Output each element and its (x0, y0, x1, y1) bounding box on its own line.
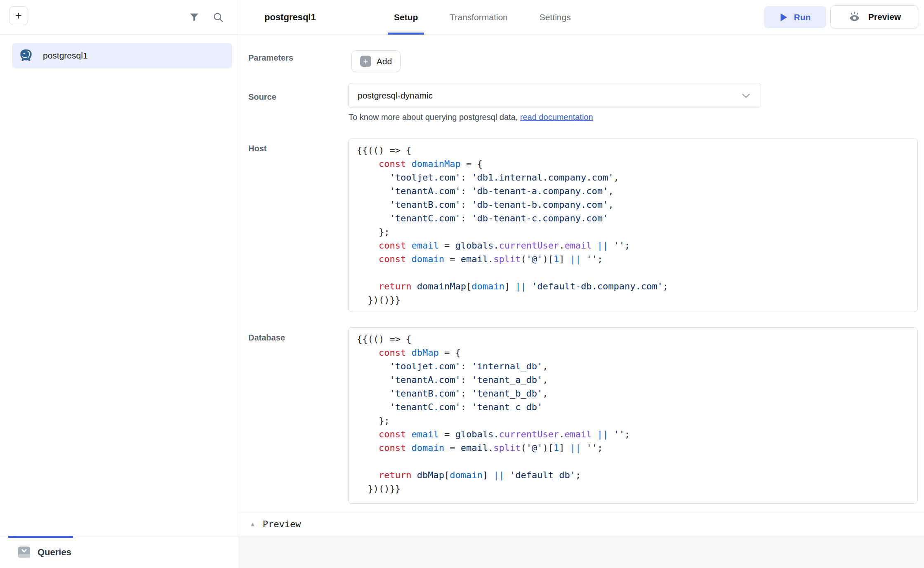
add-parameter-button[interactable]: + Add (351, 50, 401, 72)
tab-settings[interactable]: Settings (533, 0, 577, 35)
preview-section-header[interactable]: ▲ Preview (238, 512, 924, 536)
filter-queries-button[interactable] (189, 12, 200, 23)
play-icon (780, 13, 788, 22)
run-button[interactable]: Run (764, 6, 826, 28)
source-selected-value: postgresql-dynamic (358, 91, 433, 101)
triangle-up-icon: ▲ (250, 521, 256, 528)
query-editor-app: + postgresql1 (0, 0, 924, 568)
preview-button[interactable]: Preview (830, 5, 918, 28)
queries-label: Queries (38, 547, 71, 558)
add-parameter-label: Add (377, 56, 392, 66)
postgresql-icon (19, 49, 33, 63)
magnifier-icon (212, 12, 224, 23)
query-name: postgresql1 (43, 51, 88, 61)
panel-chevron-icon (18, 546, 31, 558)
funnel-icon (189, 12, 200, 23)
query-header: postgresql1 Setup Transformation Setting… (238, 0, 924, 35)
parameters-label: Parameters (248, 53, 293, 63)
query-list-item-postgresql1[interactable]: postgresql1 (12, 43, 232, 68)
host-code-editor[interactable]: {{(() => { const domainMap = { 'tooljet.… (348, 138, 918, 312)
plus-badge-icon: + (360, 56, 371, 67)
preview-label: Preview (868, 12, 901, 22)
tab-transformation[interactable]: Transformation (443, 0, 514, 35)
eye-icon (848, 12, 861, 23)
plus-icon: + (15, 10, 22, 21)
chevron-down-icon (740, 90, 752, 101)
preview-section-label: Preview (263, 519, 301, 529)
host-label: Host (248, 144, 266, 153)
query-title: postgresql1 (264, 0, 316, 35)
database-label: Database (248, 333, 285, 343)
add-query-button[interactable]: + (9, 6, 28, 25)
doc-hint: To know more about querying postgresql d… (349, 113, 593, 122)
query-tabs: Setup Transformation Settings (388, 0, 577, 35)
run-label: Run (794, 12, 811, 22)
query-sidebar: + postgresql1 (0, 0, 238, 568)
source-label: Source (248, 92, 276, 102)
search-queries-button[interactable] (212, 12, 224, 23)
sidebar-header: + (0, 0, 238, 35)
doc-hint-text: To know more about querying postgresql d… (349, 113, 520, 122)
sidebar-footer: Queries (0, 536, 238, 568)
tab-setup[interactable]: Setup (388, 0, 424, 35)
bottom-spacer-area (238, 536, 924, 568)
read-documentation-link[interactable]: read documentation (520, 113, 593, 122)
source-select[interactable]: postgresql-dynamic (348, 83, 761, 108)
queries-panel-toggle[interactable]: Queries (18, 536, 71, 568)
database-code-editor[interactable]: {{(() => { const dbMap = { 'tooljet.com'… (348, 327, 918, 504)
